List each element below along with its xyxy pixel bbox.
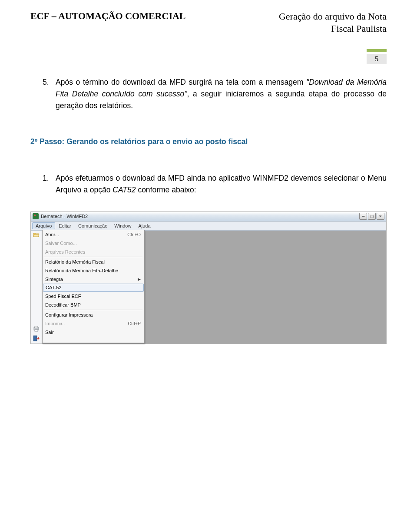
- menu-item-sair[interactable]: Sair: [43, 328, 144, 337]
- menu-item-sintegra[interactable]: Sintegra ▶: [43, 275, 144, 284]
- minimize-button[interactable]: ━: [359, 213, 367, 220]
- page-number: 5: [367, 54, 387, 64]
- section-title: 2º Passo: Gerando os relatórios para o e…: [30, 136, 387, 148]
- menu-item-arquivos-recentes: Arquivos Recentes: [43, 248, 144, 256]
- list-number-5: 5.: [30, 76, 56, 112]
- page-number-accent: [367, 49, 387, 52]
- menu-separator: [44, 310, 142, 310]
- shortcut-ctrl-o: Ctrl+O: [124, 232, 141, 237]
- menu-item-cat52[interactable]: CAT-52: [43, 284, 144, 292]
- menu-item-imprimir: Imprimir.. Ctrl+P: [43, 319, 144, 328]
- workspace: Abrir... Ctrl+O Salvar Como... Arquivos …: [31, 231, 386, 344]
- menu-arquivo[interactable]: Arquivo: [32, 222, 55, 229]
- p1-prefix: Após efetuarmos o download da MFD ainda …: [56, 174, 387, 194]
- list-number-1: 1.: [30, 172, 56, 196]
- p1-suffix: conforme abaixo:: [136, 185, 196, 194]
- p5-prefix: Após o término do download da MFD surgir…: [56, 78, 306, 86]
- maximize-button[interactable]: ▢: [368, 213, 376, 220]
- exit-icon[interactable]: [33, 335, 40, 342]
- arquivo-dropdown: Abrir... Ctrl+O Salvar Como... Arquivos …: [42, 230, 145, 343]
- svg-rect-2: [35, 330, 38, 331]
- svg-rect-3: [33, 336, 37, 341]
- menu-item-rel-mem-fita-detalhe[interactable]: Relatório da Memória Fita-Detalhe: [43, 266, 144, 275]
- toolbar-strip: [31, 231, 42, 344]
- paragraph-1: 1. Após efetuarmos o download da MFD ain…: [30, 172, 387, 196]
- mdi-client-area: [145, 231, 386, 344]
- doc-header: ECF – AUTOMAÇÃO COMERCIAL Geração do arq…: [30, 10, 387, 34]
- open-icon[interactable]: [33, 231, 40, 238]
- paragraph-5-text: Após o término do download da MFD surgir…: [56, 76, 387, 112]
- window-title: Bematech - WinMFD2: [41, 214, 88, 219]
- header-right-line1: Geração do arquivo da Nota: [279, 10, 387, 23]
- header-right: Geração do arquivo da Nota Fiscal Paulis…: [279, 10, 387, 34]
- menu-comunicacao[interactable]: Comunicação: [75, 222, 111, 229]
- header-left: ECF – AUTOMAÇÃO COMERCIAL: [30, 10, 186, 22]
- p1-italic: CAT52: [113, 185, 136, 194]
- menu-item-sped-fiscal[interactable]: Sped Fiscal ECF: [43, 292, 144, 301]
- menu-item-decodificar-bmp[interactable]: Decodificar BMP: [43, 301, 144, 309]
- app-icon: [33, 213, 39, 219]
- svg-rect-1: [35, 326, 38, 328]
- close-button[interactable]: ✕: [377, 213, 384, 220]
- menu-item-abrir[interactable]: Abrir... Ctrl+O: [43, 230, 144, 239]
- paragraph-5: 5. Após o término do download da MFD sur…: [30, 76, 387, 112]
- shortcut-ctrl-p: Ctrl+P: [125, 321, 141, 326]
- menu-item-config-impressora[interactable]: Configurar Impressora: [43, 311, 144, 319]
- menu-editar[interactable]: Editar: [55, 222, 75, 229]
- app-window: Bematech - WinMFD2 ━ ▢ ✕ Arquivo Editar …: [30, 211, 387, 344]
- menu-item-rel-mem-fiscal[interactable]: Relatório da Memória Fiscal: [43, 258, 144, 266]
- page-number-block: 5: [30, 49, 387, 64]
- submenu-arrow-icon: ▶: [135, 277, 141, 281]
- menubar: Arquivo Editar Comunicação Window Ajuda: [31, 221, 386, 231]
- menu-window[interactable]: Window: [111, 222, 135, 229]
- menu-separator: [44, 257, 142, 257]
- print-icon[interactable]: [33, 325, 40, 332]
- titlebar[interactable]: Bematech - WinMFD2 ━ ▢ ✕: [31, 212, 386, 221]
- paragraph-1-text: Após efetuarmos o download da MFD ainda …: [56, 172, 387, 196]
- menu-ajuda[interactable]: Ajuda: [135, 222, 154, 229]
- menu-item-salvar-como: Salvar Como...: [43, 239, 144, 248]
- header-right-line2: Fiscal Paulista: [279, 23, 387, 35]
